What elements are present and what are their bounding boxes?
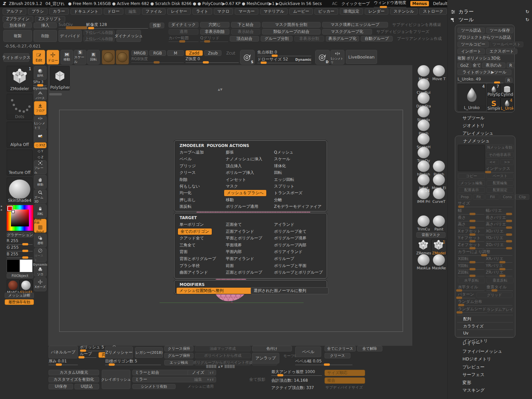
nano-X回転-slider[interactable]: X回転 [458,257,484,263]
palette-thumb-SkinShade4[interactable]: SkinShade4 [7,178,33,203]
nano-高さ-slider[interactable]: 高さ [458,222,484,228]
slider-handle[interactable] [469,261,475,263]
section-レイヤー[interactable]: レイヤー [463,340,480,346]
legacy-button[interactable]: レガシー(2018) [135,347,163,358]
tool-thumb-L_Urok[interactable]: L_Urok4 [500,97,514,111]
nano-コピー[interactable]: コピー [458,173,485,179]
slider-handle[interactable] [485,171,491,173]
current-tool-thumb[interactable]: L_Uroko4 [458,83,486,111]
nano->>[interactable]: >> [500,159,514,165]
nano-Zオフセット-slider[interactable]: Zオフセット [458,243,484,249]
menu-環境設定[interactable]: 環境設定 [340,8,363,15]
menu-レンダー[interactable]: レンダー [365,8,388,15]
shelf-非表示分割[interactable]: 非表示分割 [294,36,324,42]
action-item-スケール[interactable]: スケール [274,156,290,162]
slider-handle[interactable] [469,226,475,229]
nano-長さ-slider[interactable]: 長さ [458,215,484,221]
rgb-intensity-slider[interactable]: RGB強度 [131,57,184,63]
tool-palette-header[interactable]: ツール↻ [450,16,529,23]
action-item-膨張[interactable]: 膨張 [226,150,234,155]
tool-r-button[interactable]: R [505,77,512,83]
crease-button[interactable]: クリース [325,353,350,358]
menu-マテリアル[interactable]: マテリアル [260,8,288,15]
edit-button[interactable]: Edit [33,50,45,65]
shelf-上位レベル削除[interactable]: 上位レベル削除 [83,36,115,42]
rotate-button[interactable]: R回転 [87,50,100,65]
colorize-button[interactable]: 色付け [252,346,292,351]
tool-複製[interactable]: 複製 [458,56,466,61]
uv-0-button[interactable]: 法線マップ作成 [195,346,251,351]
clay-polish-button[interactable]: クレイポリッシュ [102,370,130,389]
shelf-適用[interactable]: 適用 [169,29,199,35]
nano-Fill[interactable]: Fill [485,194,499,200]
target-item-ポリループとポリグループ[interactable]: ポリループとポリグループ [274,270,323,275]
mini-BPR[interactable]: BPR [34,66,47,80]
slider-handle[interactable] [204,40,210,43]
history-save-button[interactable]: 履歴保存有効 [5,299,34,305]
mini-フロア[interactable]: フロア [34,101,47,115]
target-item-曲面アイランド[interactable]: 曲面アイランド [180,270,208,275]
blue-slider[interactable]: B 255 [7,252,33,258]
shelf-別名保存[interactable]: 別名保存 [3,23,32,28]
mini-フレーム[interactable]: フレーム [34,160,47,174]
brush-MaskRe[interactable]: MaskRe [432,254,446,270]
shelf-ディバイド[interactable]: ディバイド [59,30,82,42]
green-slider[interactable]: G 255 [7,245,33,251]
action-item-ポリループ挿入[interactable]: ポリループ挿入 [226,170,254,176]
slider-handle[interactable] [277,374,283,376]
palette-thumb-ZModeler[interactable]: ZModeler1 [7,66,33,92]
tool-表示のみ[interactable]: 表示のみ [482,63,505,68]
tool-インポート[interactable]: インポート [458,49,485,54]
slider-handle[interactable] [491,289,497,292]
nano-grid-button[interactable]: グリッド [476,292,512,298]
section-ファイバーメッシュ[interactable]: ファイバーメッシュ [463,348,502,354]
menu-マーカー[interactable]: マーカー [235,8,258,15]
backface-mask-button[interactable]: 背面マスク [416,232,446,238]
nano-random-dist-slider[interactable]: ランダム分布 [458,300,512,306]
shelf-表示結合[interactable]: 表示結合 [231,29,260,35]
shelf-ダイナミック[interactable]: ダイナミック [169,22,199,28]
action-item-移動[interactable]: 移動 [226,197,234,203]
mini-camera-lock[interactable] [34,129,47,143]
target-item-ポリグループ内部[interactable]: ポリグループ内部 [274,242,306,248]
nano-random-array-button[interactable]: ランダムアレイ [487,307,513,313]
slider-handle[interactable] [457,311,463,314]
brush-MaskLa[interactable]: MaskLa [416,254,431,270]
action-item-ポリグループ適用[interactable]: ポリグループ適用 [226,204,258,209]
section-サーフェス[interactable]: サーフェス [463,372,484,378]
slider-handle[interactable] [506,213,512,215]
target-item-ポリアイランド[interactable]: ポリアイランド [274,249,303,255]
unwrap-button[interactable]: アンラップ [252,353,279,363]
target-polygons-slider[interactable]: 目標ポリゴン数 5 [105,359,161,365]
target-item-全てのポリゴン[interactable]: 全てのポリゴン [178,228,212,235]
menu-ドロー[interactable]: ドロー [104,8,123,15]
slider-handle[interactable] [179,40,185,43]
slider-handle[interactable] [469,220,475,222]
tool-name-slider[interactable]: L_Uroko. 49 [458,77,503,83]
nano-Nメッシュ有効[interactable]: Nメッシュ有効 [486,145,514,150]
mini-ズーム3D[interactable]: ズーム3D [34,190,47,203]
slider-handle[interactable] [481,254,487,256]
shelf-マスク箇所を分割[interactable]: マスク箇所を分割 [262,22,321,28]
secondary-color-swatch[interactable] [20,259,33,272]
uncrease-all-button[interactable]: 全て解除 [357,346,382,351]
shelf-マスクグループ化[interactable]: マスクグループ化 [322,29,372,35]
tool-thumb-PolySpl[interactable]: PolySpl7 [487,83,500,97]
nano-その他非表示[interactable]: その他非表示 [486,152,514,158]
slider-handle[interactable] [506,233,512,236]
bevel-width-slider[interactable]: ベベル幅 0.05 [295,359,352,365]
loop-slider[interactable]: ループ [80,352,96,358]
red-slider[interactable]: R 255 [7,239,33,245]
menu-カラー[interactable]: カラー [49,8,69,15]
slider-handle[interactable] [469,247,475,249]
nano-YOバリエ-slider[interactable]: YOバリエ [486,236,512,242]
brush-CurveT[interactable]: CurveT [432,188,446,204]
slider-handle[interactable] [78,356,84,358]
target-item-平面とポリグループ[interactable]: 平面とポリグループ [226,235,262,241]
brush-TrimCu[interactable]: TrimCu [416,215,431,231]
nano-幅-slider[interactable]: 幅 [458,208,484,214]
tab-Zプラグイン[interactable]: Zプラグイン [3,16,33,22]
menu-ムービー[interactable]: ムービー [289,8,313,15]
menu-アルファ[interactable]: アルファ [3,8,26,15]
thumb-scrollbar[interactable] [49,93,62,95]
